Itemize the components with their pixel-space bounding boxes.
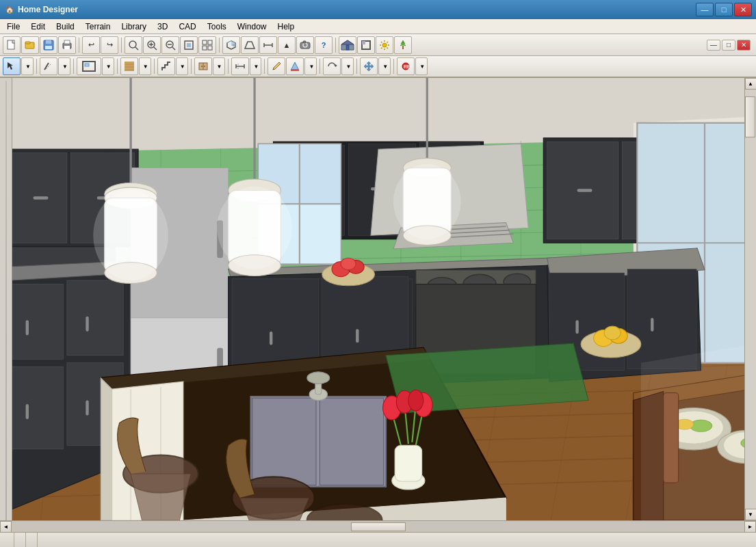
record-dropdown[interactable]: ▼: [415, 57, 428, 75]
zoom-in-button[interactable]: [143, 36, 161, 54]
zoom-search-button[interactable]: [125, 36, 142, 54]
svg-marker-72: [335, 64, 337, 67]
status-section-2: [14, 533, 26, 547]
3d-view-button[interactable]: [222, 36, 240, 54]
svg-rect-8: [64, 46, 70, 49]
close-button[interactable]: ✕: [734, 3, 752, 16]
select-tool-button[interactable]: [3, 57, 21, 75]
undo-button[interactable]: ↩: [82, 36, 100, 54]
zoom-out-button[interactable]: [161, 36, 179, 54]
material-button[interactable]: [120, 57, 138, 75]
fit-view-button[interactable]: [180, 36, 198, 54]
left-ruler: [5, 81, 7, 520]
sep-t2-7: [264, 59, 265, 74]
minimize-button[interactable]: —: [696, 3, 714, 16]
svg-rect-4: [46, 40, 51, 44]
menu-3d[interactable]: 3D: [152, 21, 173, 33]
scroll-track-horizontal[interactable]: [12, 521, 744, 532]
room-dropdown[interactable]: ▼: [102, 57, 114, 75]
house-plan-button[interactable]: [357, 36, 375, 54]
svg-rect-2: [25, 42, 30, 44]
garden-button[interactable]: [394, 36, 412, 54]
scroll-down-button[interactable]: ▼: [745, 509, 757, 520]
color-fill-button[interactable]: [286, 57, 304, 75]
viewport[interactable]: [12, 78, 744, 520]
view-all-button[interactable]: [198, 36, 216, 54]
scroll-right-button[interactable]: ►: [744, 521, 756, 533]
scroll-thumb-horizontal[interactable]: [351, 522, 406, 531]
perspective-button[interactable]: [241, 36, 259, 54]
menu-cad[interactable]: CAD: [173, 21, 201, 33]
select-group: ▼: [3, 57, 34, 75]
draw-wall-button[interactable]: [40, 57, 57, 75]
sep-t2-3: [117, 59, 118, 74]
elevation-button[interactable]: ▲: [278, 36, 296, 54]
svg-rect-35: [303, 41, 306, 43]
menu-help[interactable]: Help: [272, 21, 300, 33]
menu-library[interactable]: Library: [116, 21, 152, 33]
file-tools-group: [3, 36, 76, 54]
open-button[interactable]: [21, 36, 39, 54]
menu-terrain[interactable]: Terrain: [80, 21, 116, 33]
svg-rect-52: [402, 46, 404, 49]
dimension-button[interactable]: [231, 57, 249, 75]
menu-build[interactable]: Build: [51, 21, 80, 33]
dimension-group: ▼: [231, 57, 262, 75]
room-button[interactable]: [77, 57, 101, 75]
new-button[interactable]: [3, 36, 21, 54]
inner-maximize[interactable]: □: [722, 40, 735, 51]
svg-rect-179: [575, 320, 578, 334]
material-group: ▼: [120, 57, 151, 75]
bottom-scrollbar: ◄ ►: [0, 520, 756, 532]
stairs-button[interactable]: [157, 57, 175, 75]
rotate-button[interactable]: [323, 57, 341, 75]
svg-rect-21: [208, 40, 212, 44]
redo-button[interactable]: ↪: [101, 36, 118, 54]
help-button[interactable]: ?: [315, 36, 333, 54]
menu-file[interactable]: File: [1, 21, 25, 33]
cabinet-dropdown[interactable]: ▼: [213, 57, 225, 75]
cabinet-button[interactable]: [194, 57, 212, 75]
svg-rect-19: [187, 43, 191, 47]
move-button[interactable]: [360, 57, 378, 75]
dimension-dropdown[interactable]: ▼: [250, 57, 262, 75]
sep-t2-8: [320, 59, 320, 74]
move-dropdown[interactable]: ▼: [378, 57, 391, 75]
pencil-button[interactable]: [268, 57, 285, 75]
kitchen-scene-svg: [12, 78, 744, 520]
save-button[interactable]: [40, 36, 57, 54]
sun-button[interactable]: [376, 36, 393, 54]
svg-line-17: [172, 47, 175, 50]
print-button[interactable]: [58, 36, 76, 54]
stairs-dropdown[interactable]: ▼: [176, 57, 188, 75]
scroll-track-vertical[interactable]: [745, 90, 756, 509]
svg-point-234: [604, 326, 621, 340]
measure-button[interactable]: [259, 36, 277, 54]
scroll-up-button[interactable]: ▲: [745, 78, 757, 90]
scroll-thumb-vertical[interactable]: [745, 96, 755, 137]
menu-edit[interactable]: Edit: [25, 21, 51, 33]
transform-dropdown[interactable]: ▼: [341, 57, 354, 75]
maximize-button[interactable]: □: [715, 3, 733, 16]
material-dropdown[interactable]: ▼: [139, 57, 151, 75]
separator-4: [335, 38, 336, 53]
svg-rect-218: [395, 445, 421, 481]
scroll-left-button[interactable]: ◄: [0, 521, 12, 533]
inner-minimize[interactable]: —: [707, 40, 720, 51]
pencil-dropdown[interactable]: ▼: [304, 57, 317, 75]
status-section-3: [26, 533, 38, 547]
svg-marker-73: [364, 62, 374, 71]
menu-tools[interactable]: Tools: [202, 21, 232, 33]
wall-dropdown[interactable]: ▼: [58, 57, 70, 75]
menu-window[interactable]: Window: [232, 21, 272, 33]
svg-line-47: [387, 47, 389, 49]
svg-rect-178: [627, 269, 696, 369]
svg-rect-135: [86, 317, 88, 332]
record-button[interactable]: REC: [397, 57, 415, 75]
select-dropdown[interactable]: ▼: [21, 57, 34, 75]
svg-point-9: [129, 41, 136, 48]
sep-t2-1: [36, 59, 37, 74]
house-exterior-button[interactable]: [339, 36, 356, 54]
camera-button[interactable]: [296, 36, 314, 54]
inner-close[interactable]: ✕: [737, 40, 751, 51]
